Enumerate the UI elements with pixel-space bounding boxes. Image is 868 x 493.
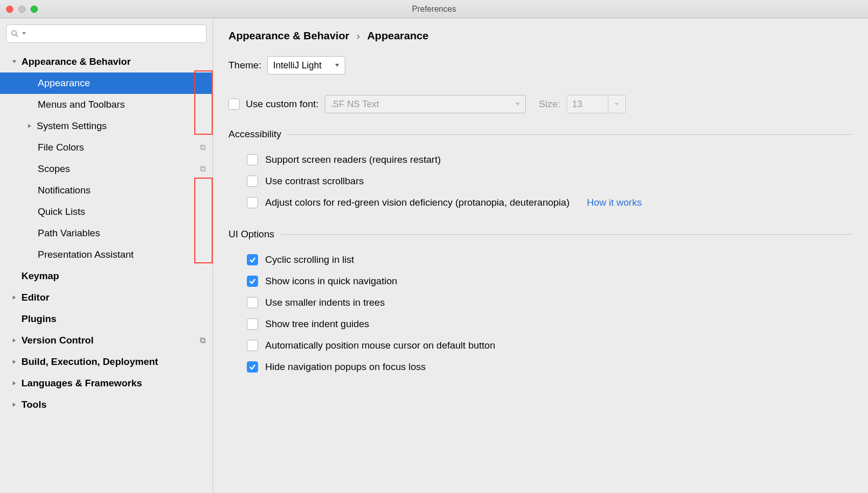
sidebar-item-quick-lists[interactable]: Quick Lists — [0, 201, 213, 223]
search-icon — [11, 30, 19, 38]
sidebar-item-editor[interactable]: Editor — [0, 287, 213, 308]
check-label: Automatically position mouse cursor on d… — [265, 340, 495, 351]
sidebar-item-scopes[interactable]: Scopes ⧉ — [0, 158, 213, 180]
check-label: Hide navigation popups on focus loss — [265, 361, 426, 373]
sidebar-item-notifications[interactable]: Notifications — [0, 180, 213, 201]
smaller-indents-checkbox[interactable] — [247, 297, 258, 308]
sidebar-item-label: Version Control — [21, 335, 93, 346]
contrast-scrollbars-checkbox[interactable] — [247, 176, 258, 187]
divider — [280, 234, 853, 235]
theme-value: IntelliJ Light — [273, 60, 321, 71]
svg-point-0 — [12, 31, 16, 35]
sidebar-item-label: Appearance & Behavior — [21, 56, 131, 67]
sidebar-item-appearance[interactable]: Appearance — [0, 72, 213, 94]
how-it-works-link[interactable]: How it works — [587, 197, 642, 208]
breadcrumb-parent: Appearance & Behavior — [228, 30, 349, 42]
sidebar-item-label: System Settings — [37, 120, 107, 132]
sidebar-item-keymap[interactable]: Keymap — [0, 265, 213, 287]
theme-label: Theme: — [228, 60, 261, 71]
size-input[interactable]: 13 — [567, 95, 608, 113]
contrast-scrollbars-row: Use contrast scrollbars — [228, 170, 853, 192]
sidebar-item-path-variables[interactable]: Path Variables — [0, 223, 213, 244]
expand-icon — [27, 123, 33, 129]
check-label: Use contrast scrollbars — [265, 176, 364, 187]
auto-cursor-checkbox[interactable] — [247, 340, 258, 351]
window-title: Preferences — [412, 5, 456, 14]
cyclic-scrolling-row: Cyclic scrolling in list — [228, 249, 853, 270]
theme-select[interactable]: IntelliJ Light — [267, 56, 345, 75]
custom-font-row: Use custom font: .SF NS Text Size: 13 — [228, 95, 853, 113]
expand-icon — [11, 294, 17, 301]
sidebar-item-label: Presentation Assistant — [38, 249, 134, 260]
dropdown-icon — [22, 32, 26, 35]
chevron-down-icon — [614, 103, 619, 106]
cyclic-scrolling-checkbox[interactable] — [247, 254, 258, 265]
tree-guides-row: Show tree indent guides — [228, 313, 853, 335]
project-icon: ⧉ — [200, 164, 206, 174]
hide-popups-row: Hide navigation popups on focus loss — [228, 356, 853, 378]
chevron-down-icon — [335, 63, 340, 68]
sidebar-item-label: Quick Lists — [38, 206, 85, 217]
check-label: Show icons in quick navigation — [265, 276, 397, 287]
accessibility-section-title: Accessibility — [228, 129, 853, 140]
size-stepper[interactable] — [608, 95, 626, 113]
sidebar-item-label: Keymap — [21, 270, 59, 282]
check-label: Adjust colors for red-green vision defic… — [265, 197, 570, 208]
sidebar-item-appearance-behavior[interactable]: Appearance & Behavior — [0, 51, 213, 72]
sidebar: Appearance & Behavior Appearance Menus a… — [0, 18, 213, 493]
custom-font-label: Use custom font: — [246, 98, 319, 110]
sidebar-item-label: File Colors — [38, 142, 84, 153]
chevron-down-icon — [515, 102, 520, 107]
sidebar-item-label: Path Variables — [38, 228, 100, 239]
hide-popups-checkbox[interactable] — [247, 361, 258, 373]
adjust-colors-row: Adjust colors for red-green vision defic… — [228, 192, 853, 213]
breadcrumb: Appearance & Behavior › Appearance — [228, 30, 853, 42]
sidebar-item-label: Scopes — [38, 163, 70, 175]
sidebar-item-label: Tools — [21, 399, 46, 410]
search-box[interactable] — [6, 24, 207, 43]
expand-icon — [11, 59, 17, 65]
search-input[interactable] — [29, 29, 202, 38]
divider — [287, 134, 853, 135]
sidebar-item-file-colors[interactable]: File Colors ⧉ — [0, 137, 213, 158]
check-label: Use smaller indents in trees — [265, 297, 385, 308]
show-icons-checkbox[interactable] — [247, 276, 258, 287]
maximize-button[interactable] — [31, 6, 38, 13]
size-label: Size: — [539, 98, 560, 110]
search-container — [0, 18, 213, 49]
sidebar-item-version-control[interactable]: Version Control ⧉ — [0, 330, 213, 351]
sidebar-item-lang-frameworks[interactable]: Languages & Frameworks — [0, 373, 213, 394]
svg-line-1 — [16, 35, 18, 37]
traffic-lights — [6, 6, 38, 13]
sidebar-item-tools[interactable]: Tools — [0, 394, 213, 415]
content-panel: Appearance & Behavior › Appearance Theme… — [213, 18, 868, 493]
screen-readers-checkbox[interactable] — [247, 154, 258, 165]
sidebar-item-label: Languages & Frameworks — [21, 378, 142, 389]
sidebar-item-presentation-assistant[interactable]: Presentation Assistant — [0, 244, 213, 265]
check-label: Show tree indent guides — [265, 318, 369, 330]
sidebar-item-label: Notifications — [38, 185, 91, 196]
use-custom-font-checkbox[interactable] — [228, 98, 240, 110]
sidebar-item-menus-toolbars[interactable]: Menus and Toolbars — [0, 94, 213, 115]
expand-icon — [11, 359, 17, 365]
close-button[interactable] — [6, 6, 13, 13]
sidebar-tree: Appearance & Behavior Appearance Menus a… — [0, 49, 213, 415]
sidebar-item-label: Build, Execution, Deployment — [21, 356, 158, 367]
tree-guides-checkbox[interactable] — [247, 318, 258, 330]
adjust-colors-checkbox[interactable] — [247, 197, 258, 208]
auto-cursor-row: Automatically position mouse cursor on d… — [228, 335, 853, 356]
sidebar-item-label: Plugins — [21, 313, 57, 325]
show-icons-row: Show icons in quick navigation — [228, 270, 853, 292]
sidebar-item-build-exec-deploy[interactable]: Build, Execution, Deployment — [0, 351, 213, 373]
expand-icon — [11, 402, 17, 408]
custom-font-value: .SF NS Text — [330, 99, 379, 110]
check-label: Support screen readers (requires restart… — [265, 154, 441, 165]
screen-readers-row: Support screen readers (requires restart… — [228, 149, 853, 170]
project-icon: ⧉ — [200, 336, 206, 345]
check-label: Cyclic scrolling in list — [265, 254, 354, 265]
main-layout: Appearance & Behavior Appearance Menus a… — [0, 18, 868, 493]
custom-font-select[interactable]: .SF NS Text — [325, 95, 526, 113]
sidebar-item-system-settings[interactable]: System Settings — [0, 115, 213, 137]
sidebar-item-plugins[interactable]: Plugins — [0, 308, 213, 330]
minimize-button[interactable] — [18, 6, 25, 13]
